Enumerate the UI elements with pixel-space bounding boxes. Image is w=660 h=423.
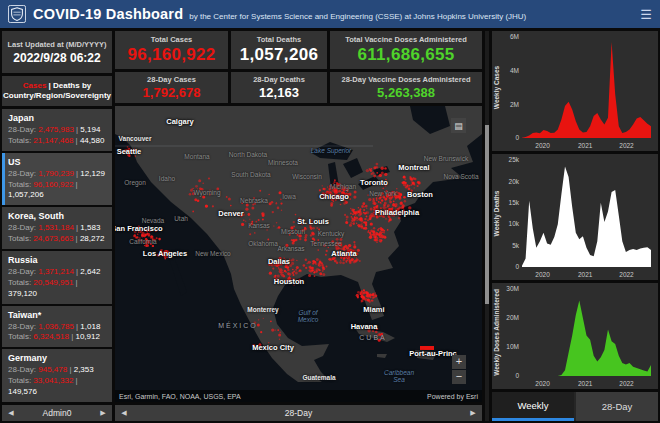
cases-word: Cases [23, 81, 47, 90]
28day-vaccine-value: 5,263,388 [377, 85, 435, 100]
pager-label: Admin0 [20, 408, 94, 418]
chart-y-axis-label: Weekly Cases [493, 65, 501, 109]
svg-text:2022: 2022 [619, 271, 634, 278]
map-time-pager: ◀ 28-Day ▶ [115, 405, 482, 421]
jhu-shield-icon [8, 5, 26, 23]
svg-text:0: 0 [515, 263, 519, 270]
map-pager-prev-icon[interactable]: ◀ [115, 409, 133, 417]
chart-canvas: 05k10k15k20k25k202020212022Weekly Deaths [492, 154, 658, 280]
weekly-deaths-chart: 05k10k15k20k25k202020212022Weekly Deaths [492, 154, 658, 280]
svg-text:5k: 5k [512, 242, 520, 249]
powered-by-esri: Powered by Esri [427, 393, 478, 400]
total-deaths-panel: Total Deaths 1,057,206 [231, 31, 327, 69]
layer-list-icon[interactable]: ▤ [451, 118, 466, 133]
svg-text:30M: 30M [506, 285, 519, 292]
svg-text:15k: 15k [509, 199, 520, 206]
tab-weekly[interactable]: Weekly [492, 392, 574, 421]
tab-28day[interactable]: 28-Day [576, 392, 658, 421]
left-sidebar: Last Updated at (M/D/YYYY) 2022/9/28 06:… [2, 31, 112, 421]
svg-text:2020: 2020 [535, 380, 550, 387]
pager-next-icon[interactable]: ▶ [94, 409, 112, 417]
chart-y-axis-label: Weekly Doses Administered [493, 289, 501, 376]
svg-text:2021: 2021 [578, 271, 593, 278]
total-cases-value: 96,160,922 [127, 45, 215, 65]
28day-vaccine-panel: 28-Day Vaccine Doses Administered 5,263,… [330, 72, 482, 103]
world-map[interactable]: CalgaryVancouverSeattleMontanaNorth Dako… [115, 106, 482, 402]
28day-row: 28-Day Cases 1,792,678 28-Day Deaths 12,… [115, 72, 482, 103]
center-column: Total Cases 96,160,922 Total Deaths 1,05… [115, 31, 482, 421]
country-name: Taiwan* [8, 309, 108, 321]
map-pager-next-icon[interactable]: ▶ [464, 409, 482, 417]
svg-text:6M: 6M [510, 33, 519, 40]
total-vaccine-value: 611,686,655 [358, 45, 455, 65]
svg-text:0: 0 [515, 372, 519, 379]
svg-text:2020: 2020 [535, 142, 550, 149]
charts-scrollbar[interactable] [485, 31, 489, 421]
svg-text:2022: 2022 [619, 380, 634, 387]
totals-row: Total Cases 96,160,922 Total Deaths 1,05… [115, 31, 482, 69]
svg-text:2M: 2M [510, 101, 519, 108]
svg-text:20k: 20k [509, 178, 520, 185]
28day-cases-value: 1,792,678 [143, 85, 201, 100]
covid-dashboard: COVID-19 Dashboard by the Center for Sys… [0, 0, 660, 423]
svg-text:0: 0 [515, 134, 519, 141]
country-list-header: Cases | Deaths by Country/Region/Soverei… [2, 76, 112, 106]
svg-text:2021: 2021 [578, 142, 593, 149]
total-vaccine-panel: Total Vaccine Doses Administered 611,686… [330, 31, 482, 69]
svg-text:10M: 10M [506, 343, 519, 350]
svg-text:2021: 2021 [578, 380, 593, 387]
svg-text:10k: 10k [509, 220, 520, 227]
zoom-in-button[interactable]: + [452, 355, 466, 369]
chart-y-axis-label: Weekly Deaths [493, 190, 501, 236]
chart-tabs: Weekly 28-Day [492, 392, 658, 421]
country-name: Russia [8, 254, 108, 266]
28day-deaths-panel: 28-Day Deaths 12,163 [231, 72, 327, 103]
country-name: US [8, 156, 108, 168]
weekly-doses-chart: 010M20M30M202020212022Weekly Doses Admin… [492, 283, 658, 389]
weekly-cases-chart: 02M4M6M202020212022Weekly Cases [492, 31, 658, 151]
svg-text:2022: 2022 [619, 142, 634, 149]
page-title: COVID-19 Dashboard [33, 6, 183, 22]
svg-text:25k: 25k [509, 156, 520, 163]
svg-text:20M: 20M [506, 314, 519, 321]
country-list-item[interactable]: Japan28-Day: 2,475,983 | 5,194Totals: 21… [2, 109, 112, 151]
country-list-item[interactable]: US28-Day: 1,790,239 | 12,129Totals: 96,1… [2, 153, 112, 206]
country-name: Korea, South [8, 210, 108, 222]
last-updated-label: Last Updated at (M/D/YYYY) [7, 40, 106, 49]
total-cases-panel: Total Cases 96,160,922 [115, 31, 228, 69]
country-name: Germany [8, 352, 108, 364]
map-attribution: Esri, Garmin, FAO, NOAA, USGS, EPA Power… [115, 390, 482, 402]
svg-text:4M: 4M [510, 67, 519, 74]
admin-pager: ◀ Admin0 ▶ [2, 405, 112, 421]
total-deaths-value: 1,057,206 [240, 45, 318, 65]
chart-canvas: 010M20M30M202020212022Weekly Doses Admin… [492, 283, 658, 389]
country-name: Japan [8, 112, 108, 124]
country-list-item[interactable]: Taiwan*28-Day: 1,036,785 | 1,018Totals: … [2, 306, 112, 348]
svg-text:2020: 2020 [535, 271, 550, 278]
map-pager-label: 28-Day [133, 408, 464, 418]
chart-canvas: 02M4M6M202020212022Weekly Cases [492, 31, 658, 151]
charts-column: 02M4M6M202020212022Weekly Cases 05k10k15… [492, 31, 658, 421]
country-list[interactable]: Japan28-Day: 2,475,983 | 5,194Totals: 21… [2, 109, 112, 402]
zoom-out-button[interactable]: − [452, 370, 466, 384]
hamburger-menu-icon[interactable]: ☰ [640, 8, 652, 21]
last-updated-value: 2022/9/28 06:22 [13, 51, 100, 65]
map-zoom-controls: + − [452, 355, 466, 384]
last-updated-panel: Last Updated at (M/D/YYYY) 2022/9/28 06:… [2, 31, 112, 73]
main-area: Last Updated at (M/D/YYYY) 2022/9/28 06:… [0, 28, 660, 423]
map-canvas [115, 106, 482, 382]
28day-deaths-value: 12,163 [259, 85, 299, 100]
app-header: COVID-19 Dashboard by the Center for Sys… [0, 0, 660, 28]
country-list-item[interactable]: Russia28-Day: 1,371,214 | 2,642Totals: 2… [2, 251, 112, 304]
country-list-item[interactable]: Korea, South28-Day: 1,531,184 | 1,583Tot… [2, 207, 112, 249]
page-subtitle: by the Center for Systems Science and En… [189, 12, 526, 21]
pager-prev-icon[interactable]: ◀ [2, 409, 20, 417]
country-list-item[interactable]: Germany28-Day: 945,478 | 2,353Totals: 33… [2, 349, 112, 402]
28day-cases-panel: 28-Day Cases 1,792,678 [115, 72, 228, 103]
